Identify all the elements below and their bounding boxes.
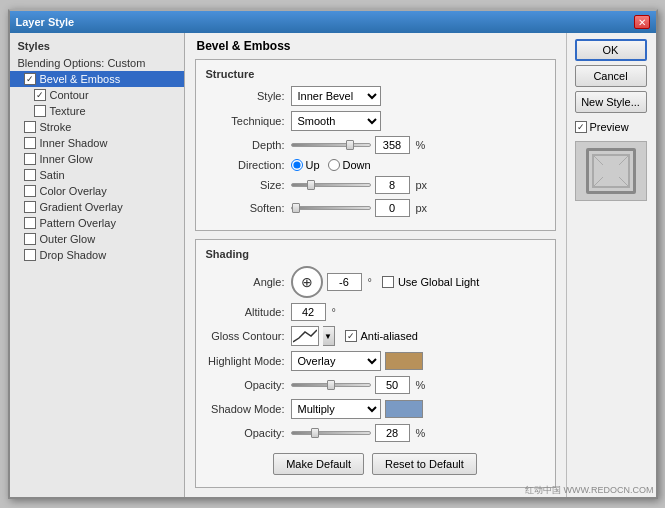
shadow-opacity-slider[interactable] <box>291 431 371 435</box>
direction-up-label: Up <box>306 159 320 171</box>
inner-shadow-checkbox[interactable] <box>24 137 36 149</box>
soften-control: px <box>291 199 545 217</box>
preview-row: ✓ Preview <box>575 121 648 133</box>
contour-svg <box>293 328 317 344</box>
shadow-opacity-unit: % <box>416 427 426 439</box>
sidebar-item-texture[interactable]: Texture <box>10 103 184 119</box>
shadow-opacity-input[interactable] <box>375 424 410 442</box>
reset-to-default-button[interactable]: Reset to Default <box>372 453 477 475</box>
preview-checkbox[interactable]: ✓ <box>575 121 587 133</box>
watermark: 红动中国 WWW.REDOCN.COM <box>525 484 654 497</box>
angle-circle[interactable]: ⊕ <box>291 266 323 298</box>
shadow-color-swatch[interactable] <box>385 400 423 418</box>
make-default-button[interactable]: Make Default <box>273 453 364 475</box>
gloss-row: Gloss Contour: ▼ ✓ Anti-aliased <box>206 326 545 346</box>
technique-control: Smooth <box>291 111 545 131</box>
structure-title: Structure <box>206 68 545 80</box>
inner-glow-checkbox[interactable] <box>24 153 36 165</box>
sidebar-item-inner-glow[interactable]: Inner Glow <box>10 151 184 167</box>
highlight-select[interactable]: Overlay <box>291 351 381 371</box>
style-control: Inner Bevel <box>291 86 545 106</box>
shadow-mode-row: Shadow Mode: Multiply <box>206 399 545 419</box>
size-control: px <box>291 176 545 194</box>
sidebar-item-satin[interactable]: Satin <box>10 167 184 183</box>
shadow-control: Multiply <box>291 399 545 419</box>
bevel-emboss-checkbox[interactable]: ✓ <box>24 73 36 85</box>
sidebar-item-bevel-emboss[interactable]: ✓ Bevel & Emboss <box>10 71 184 87</box>
bottom-buttons: Make Default Reset to Default <box>206 447 545 479</box>
satin-checkbox[interactable] <box>24 169 36 181</box>
cancel-button[interactable]: Cancel <box>575 65 647 87</box>
close-button[interactable]: ✕ <box>634 15 650 29</box>
sidebar-blending-label[interactable]: Blending Options: Custom <box>10 55 184 71</box>
sidebar-item-label: Gradient Overlay <box>40 201 123 213</box>
new-style-button[interactable]: New Style... <box>575 91 647 113</box>
style-select[interactable]: Inner Bevel <box>291 86 381 106</box>
pattern-overlay-checkbox[interactable] <box>24 217 36 229</box>
sidebar-item-pattern-overlay[interactable]: Pattern Overlay <box>10 215 184 231</box>
sidebar-item-gradient-overlay[interactable]: Gradient Overlay <box>10 199 184 215</box>
contour-preview[interactable] <box>291 326 319 346</box>
soften-slider[interactable] <box>291 206 371 210</box>
sidebar-item-color-overlay[interactable]: Color Overlay <box>10 183 184 199</box>
size-slider[interactable] <box>291 183 371 187</box>
sidebar-item-drop-shadow[interactable]: Drop Shadow <box>10 247 184 263</box>
gradient-overlay-checkbox[interactable] <box>24 201 36 213</box>
highlight-opacity-control: % <box>291 376 545 394</box>
window-title: Layer Style <box>16 16 75 28</box>
depth-unit: % <box>416 139 426 151</box>
main-panel: Bevel & Emboss Structure Style: Inner Be… <box>185 33 566 497</box>
anti-aliased-row: ✓ Anti-aliased <box>345 330 418 342</box>
shadow-select[interactable]: Multiply <box>291 399 381 419</box>
depth-row: Depth: % <box>206 136 545 154</box>
ok-button[interactable]: OK <box>575 39 647 61</box>
angle-unit: ° <box>368 276 372 288</box>
sidebar-item-label: Outer Glow <box>40 233 96 245</box>
drop-shadow-checkbox[interactable] <box>24 249 36 261</box>
sidebar-item-contour[interactable]: ✓ Contour <box>10 87 184 103</box>
texture-checkbox[interactable] <box>34 105 46 117</box>
section-title: Bevel & Emboss <box>195 39 556 53</box>
highlight-control: Overlay <box>291 351 545 371</box>
technique-select[interactable]: Smooth <box>291 111 381 131</box>
sidebar-item-outer-glow[interactable]: Outer Glow <box>10 231 184 247</box>
sidebar-item-label: Texture <box>50 105 86 117</box>
direction-down-radio[interactable] <box>328 159 340 171</box>
shadow-opacity-control: % <box>291 424 545 442</box>
sidebar-item-label: Inner Glow <box>40 153 93 165</box>
anti-aliased-checkbox[interactable]: ✓ <box>345 330 357 342</box>
shadow-opacity-label: Opacity: <box>206 427 291 439</box>
contour-checkbox[interactable]: ✓ <box>34 89 46 101</box>
highlight-opacity-slider[interactable] <box>291 383 371 387</box>
sidebar-item-inner-shadow[interactable]: Inner Shadow <box>10 135 184 151</box>
size-input[interactable] <box>375 176 410 194</box>
depth-slider[interactable] <box>291 143 371 147</box>
direction-row: Direction: Up Down <box>206 159 545 171</box>
technique-label: Technique: <box>206 115 291 127</box>
sidebar-styles-label: Styles <box>10 37 184 55</box>
highlight-color-swatch[interactable] <box>385 352 423 370</box>
use-global-light-checkbox[interactable] <box>382 276 394 288</box>
size-label: Size: <box>206 179 291 191</box>
anti-aliased-label: Anti-aliased <box>361 330 418 342</box>
soften-input[interactable] <box>375 199 410 217</box>
preview-svg <box>591 153 631 189</box>
contour-dropdown[interactable]: ▼ <box>323 326 335 346</box>
highlight-opacity-input[interactable] <box>375 376 410 394</box>
preview-icon <box>586 148 636 194</box>
sidebar-item-stroke[interactable]: Stroke <box>10 119 184 135</box>
direction-label: Direction: <box>206 159 291 171</box>
angle-input[interactable] <box>327 273 362 291</box>
direction-control: Up Down <box>291 159 545 171</box>
direction-up-radio[interactable] <box>291 159 303 171</box>
stroke-checkbox[interactable] <box>24 121 36 133</box>
altitude-input[interactable] <box>291 303 326 321</box>
crosshair-icon: ⊕ <box>301 274 313 290</box>
direction-down-item: Down <box>328 159 371 171</box>
outer-glow-checkbox[interactable] <box>24 233 36 245</box>
color-overlay-checkbox[interactable] <box>24 185 36 197</box>
depth-input[interactable] <box>375 136 410 154</box>
structure-box: Structure Style: Inner Bevel Technique: <box>195 59 556 231</box>
technique-row: Technique: Smooth <box>206 111 545 131</box>
depth-control: % <box>291 136 545 154</box>
